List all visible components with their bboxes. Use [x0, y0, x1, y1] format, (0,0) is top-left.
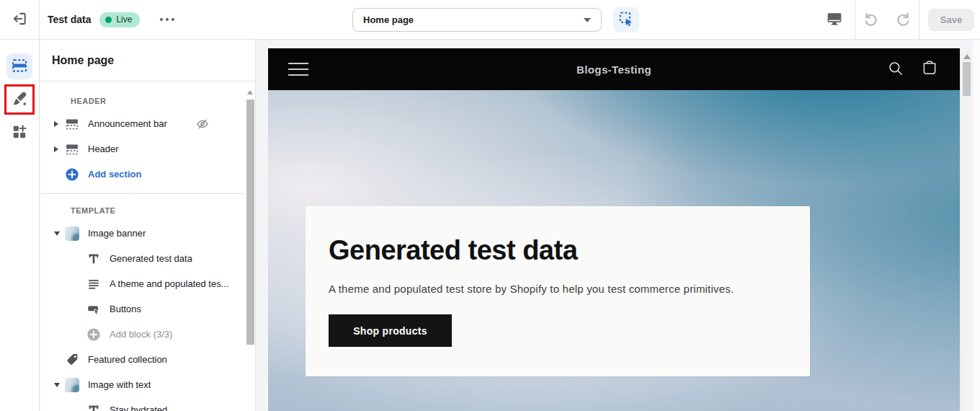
undo-button[interactable]: [855, 1, 887, 40]
device-preview-button[interactable]: [814, 1, 855, 40]
page-title: Home page: [52, 54, 114, 67]
divider: [919, 0, 919, 40]
apps-icon: [12, 124, 27, 142]
editor-left-rail: [0, 40, 40, 411]
monitor-icon: [827, 11, 842, 29]
section-label: Announcement bar: [88, 118, 167, 129]
workspace-margin: [973, 40, 980, 411]
section-icon: [65, 142, 79, 156]
block-label: Buttons: [110, 304, 141, 314]
block-row-stay-hydrated[interactable]: Stay hydrated: [40, 397, 245, 411]
block-label: Generated test data: [110, 253, 192, 264]
search-icon: [887, 60, 904, 79]
add-section-label: Add section: [88, 169, 141, 180]
scroll-up-icon[interactable]: [247, 90, 253, 94]
sidebar-scrollbar[interactable]: [246, 87, 255, 411]
hero-subheading: A theme and populated test store by Shop…: [329, 283, 787, 295]
block-label: A theme and populated tes...: [110, 278, 229, 289]
undo-icon: [863, 11, 879, 29]
sections-icon: [12, 58, 27, 76]
exit-editor-button[interactable]: [0, 0, 40, 39]
page-selector-dropdown[interactable]: Home page: [352, 8, 602, 32]
section-row-featured-collection[interactable]: Featured collection: [40, 347, 245, 372]
more-dots-icon: [160, 18, 163, 21]
eye-slash-icon[interactable]: [196, 118, 209, 131]
sections-tab-button[interactable]: [6, 53, 32, 79]
add-block-label: Add block (3/3): [110, 329, 172, 340]
header-group-label: HEADER: [40, 91, 245, 111]
caret-right-icon[interactable]: [54, 121, 58, 127]
section-row-header[interactable]: Header: [40, 136, 245, 162]
add-section-button[interactable]: Add section: [40, 162, 245, 187]
divider: [40, 193, 245, 194]
caret-down-icon[interactable]: [54, 383, 60, 387]
plus-circle-disabled-icon: [86, 327, 101, 342]
store-search-button[interactable]: [887, 61, 904, 78]
caret-right-icon[interactable]: [54, 146, 58, 152]
scrollbar-thumb[interactable]: [963, 62, 971, 96]
more-actions-button[interactable]: [156, 14, 179, 25]
scroll-up-icon[interactable]: [963, 54, 971, 59]
section-label: Header: [88, 143, 119, 154]
sidebar-header: Home page: [40, 40, 255, 81]
section-label: Image banner: [88, 228, 146, 239]
template-group-label: TEMPLATE: [40, 200, 245, 221]
chevron-down-icon: [584, 18, 591, 22]
top-bar: Test data Live Home page: [0, 0, 980, 40]
preview-scrollbar[interactable]: [960, 48, 973, 411]
menu-button[interactable]: [288, 63, 308, 76]
save-button[interactable]: Save: [928, 9, 974, 31]
section-icon: [65, 117, 79, 131]
selection-tool-icon: [618, 11, 634, 29]
caret-down-icon[interactable]: [54, 231, 60, 236]
exit-icon: [12, 11, 27, 29]
section-label: Image with text: [88, 379, 151, 390]
section-label: Featured collection: [88, 354, 167, 365]
text-lines-icon: [86, 277, 101, 291]
hamburger-icon: [288, 63, 308, 64]
sidebar-section-list: HEADER Announcement bar: [40, 82, 245, 411]
button-cursor-icon: [86, 302, 101, 317]
add-block-button[interactable]: Add block (3/3): [40, 322, 245, 347]
hero-heading: Generated test data: [329, 235, 787, 266]
section-row-announcement-bar[interactable]: Announcement bar: [40, 111, 245, 136]
apps-tab-button[interactable]: [6, 120, 32, 146]
theme-editor: Test data Live Home page: [0, 0, 980, 411]
hero-card: Generated test data A theme and populate…: [306, 206, 810, 376]
scrollbar-thumb[interactable]: [246, 100, 254, 345]
store-header: Blogs-Testing: [268, 48, 960, 90]
store-title: Blogs-Testing: [268, 63, 960, 76]
hero-banner: Generated test data A theme and populate…: [268, 90, 960, 411]
heading-icon: [86, 252, 101, 266]
store-header-icons: [887, 61, 960, 78]
sections-sidebar: Home page HEADER Announcement bar: [40, 40, 256, 411]
image-thumbnail: [65, 226, 79, 241]
block-row-buttons[interactable]: Buttons: [40, 296, 245, 322]
block-row-text[interactable]: A theme and populated tes...: [40, 271, 245, 296]
block-label: Stay hydrated: [110, 405, 167, 411]
plus-circle-icon: [65, 167, 79, 182]
top-bar-center: Home page: [352, 0, 639, 40]
theme-settings-paintbrush-icon: [12, 91, 27, 109]
shop-products-button[interactable]: Shop products: [329, 314, 452, 347]
live-badge-label: Live: [116, 14, 132, 25]
tag-icon: [65, 353, 79, 367]
image-thumbnail: [65, 378, 79, 392]
block-row-heading[interactable]: Generated test data: [40, 246, 245, 271]
top-bar-right: Save: [814, 0, 980, 40]
redo-icon: [895, 11, 911, 29]
section-row-image-with-text[interactable]: Image with text: [40, 372, 245, 397]
redo-button[interactable]: [887, 1, 919, 40]
inspector-select-button[interactable]: [613, 7, 639, 32]
live-status-badge: Live: [99, 12, 140, 27]
cart-bag-icon: [921, 60, 938, 79]
store-preview: Blogs-Testing: [268, 48, 960, 411]
store-name: Test data: [48, 14, 91, 25]
store-cart-button[interactable]: [921, 61, 938, 78]
theme-settings-tab-button[interactable]: [6, 87, 32, 112]
section-row-image-banner[interactable]: Image banner: [40, 221, 245, 246]
page-selector-value: Home page: [363, 14, 414, 25]
live-dot-icon: [105, 17, 112, 23]
heading-icon: [86, 403, 101, 411]
